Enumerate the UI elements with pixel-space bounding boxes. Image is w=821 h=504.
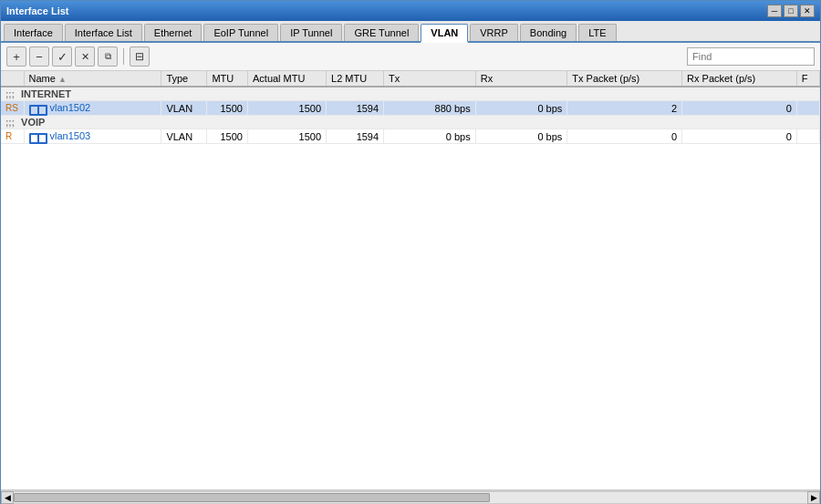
row-rx-packet: 0 bbox=[682, 101, 797, 116]
tab-vrrp[interactable]: VRRP bbox=[470, 24, 518, 41]
col-header-rx[interactable]: Rx bbox=[475, 71, 567, 87]
interface-icon bbox=[29, 131, 46, 142]
tab-interface-list[interactable]: Interface List bbox=[65, 24, 142, 41]
add-button[interactable]: + bbox=[6, 46, 26, 67]
toolbar-separator bbox=[123, 48, 124, 65]
window-title: Interface List bbox=[6, 5, 68, 16]
title-bar: Interface List ─ □ ✕ bbox=[1, 1, 820, 21]
col-header-mtu[interactable]: MTU bbox=[207, 71, 248, 87]
row-rx: 0 bps bbox=[475, 129, 567, 144]
row-tx-packet: 0 bbox=[567, 129, 682, 144]
table-container: Name ▲ Type MTU Actual MTU L2 MTU Tx Rx … bbox=[1, 71, 820, 490]
col-header-tx[interactable]: Tx bbox=[384, 71, 476, 87]
tab-lte[interactable]: LTE bbox=[578, 24, 616, 41]
scroll-left-button[interactable]: ◀ bbox=[1, 491, 14, 504]
enable-button[interactable]: ✓ bbox=[52, 46, 72, 67]
row-actual-mtu: 1500 bbox=[247, 129, 326, 144]
row-tx: 0 bps bbox=[384, 129, 476, 144]
col-header-name[interactable]: Name ▲ bbox=[24, 71, 161, 87]
interface-name[interactable]: vlan1503 bbox=[50, 130, 91, 141]
row-mtu: 1500 bbox=[207, 101, 248, 116]
copy-button[interactable]: ⧉ bbox=[98, 46, 118, 67]
tab-vlan[interactable]: VLAN bbox=[421, 24, 468, 43]
row-f bbox=[796, 101, 819, 116]
tab-gre-tunnel[interactable]: GRE Tunnel bbox=[344, 24, 419, 41]
group-row-voip: ;;; VOIP bbox=[1, 116, 820, 129]
row-rx-packet: 0 bbox=[682, 129, 797, 144]
scroll-right-button[interactable]: ▶ bbox=[807, 491, 820, 504]
row-rx: 0 bps bbox=[475, 101, 567, 116]
col-header-tx-packet[interactable]: Tx Packet (p/s) bbox=[567, 71, 682, 87]
tab-bar: Interface Interface List Ethernet EoIP T… bbox=[1, 21, 820, 43]
search-input[interactable] bbox=[687, 47, 815, 66]
row-flag: RS bbox=[1, 101, 24, 116]
row-name[interactable]: vlan1503 bbox=[24, 129, 161, 144]
row-flag: R bbox=[1, 129, 24, 144]
tab-interface[interactable]: Interface bbox=[4, 24, 63, 41]
group-label-voip: ;;; VOIP bbox=[1, 116, 820, 129]
table-row[interactable]: RS vlan1502 VLAN 1500 1500 1594 880 bps … bbox=[1, 101, 820, 116]
col-header-actual-mtu[interactable]: Actual MTU bbox=[247, 71, 326, 87]
close-button[interactable]: ✕ bbox=[800, 5, 815, 17]
minimize-button[interactable]: ─ bbox=[767, 5, 782, 17]
sort-arrow-name: ▲ bbox=[58, 75, 67, 84]
row-type: VLAN bbox=[161, 101, 207, 116]
row-f bbox=[796, 129, 819, 144]
tab-bonding[interactable]: Bonding bbox=[520, 24, 577, 41]
scroll-track[interactable] bbox=[14, 491, 807, 504]
table-row[interactable]: R vlan1503 VLAN 1500 1500 1594 0 bps 0 b… bbox=[1, 129, 820, 144]
row-actual-mtu: 1500 bbox=[247, 101, 326, 116]
main-window: Interface List ─ □ ✕ Interface Interface… bbox=[0, 0, 821, 504]
interface-icon bbox=[29, 103, 46, 114]
window-controls: ─ □ ✕ bbox=[767, 5, 815, 17]
group-row-internet: ;;; INTERNET bbox=[1, 87, 820, 101]
interface-name[interactable]: vlan1502 bbox=[50, 102, 91, 113]
horizontal-scrollbar[interactable]: ◀ ▶ bbox=[1, 490, 820, 503]
row-name[interactable]: vlan1502 bbox=[24, 101, 161, 116]
row-l2mtu: 1594 bbox=[327, 101, 384, 116]
tab-ip-tunnel[interactable]: IP Tunnel bbox=[280, 24, 342, 41]
col-header-l2mtu[interactable]: L2 MTU bbox=[327, 71, 384, 87]
row-mtu: 1500 bbox=[207, 129, 248, 144]
tab-ethernet[interactable]: Ethernet bbox=[144, 24, 203, 41]
row-tx-packet: 2 bbox=[567, 101, 682, 116]
maximize-button[interactable]: □ bbox=[784, 5, 798, 17]
group-label-internet: ;;; INTERNET bbox=[1, 87, 820, 101]
row-tx: 880 bps bbox=[384, 101, 476, 116]
row-l2mtu: 1594 bbox=[327, 129, 384, 144]
col-header-flag bbox=[1, 71, 24, 87]
col-header-rx-packet[interactable]: Rx Packet (p/s) bbox=[682, 71, 797, 87]
filter-button[interactable]: ⊟ bbox=[130, 46, 150, 67]
disable-button[interactable]: ✕ bbox=[75, 46, 95, 67]
tab-eoip-tunnel[interactable]: EoIP Tunnel bbox=[203, 24, 278, 41]
scroll-thumb[interactable] bbox=[14, 493, 490, 502]
interface-table: Name ▲ Type MTU Actual MTU L2 MTU Tx Rx … bbox=[1, 71, 820, 144]
row-type: VLAN bbox=[161, 129, 207, 144]
col-header-type[interactable]: Type bbox=[161, 71, 207, 87]
toolbar: + − ✓ ✕ ⧉ ⊟ bbox=[1, 43, 820, 71]
table-header-row: Name ▲ Type MTU Actual MTU L2 MTU Tx Rx … bbox=[1, 71, 820, 87]
remove-button[interactable]: − bbox=[29, 46, 49, 67]
col-header-f[interactable]: F bbox=[796, 71, 819, 87]
